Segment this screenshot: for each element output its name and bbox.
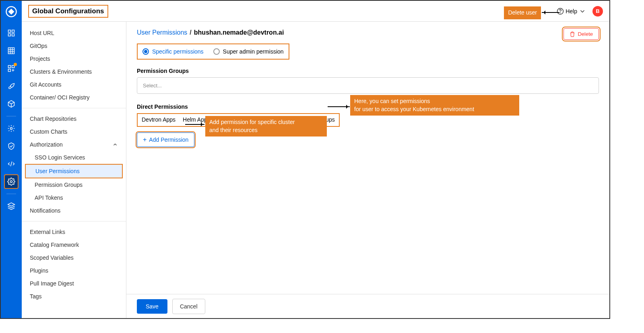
svg-rect-1	[8, 30, 11, 33]
svg-point-20	[560, 12, 561, 13]
svg-rect-2	[12, 30, 14, 33]
nav-pull-image[interactable]: Pull Image Digest	[22, 277, 126, 290]
permission-groups-label: Permission Groups	[137, 68, 599, 74]
radio-specific-permissions[interactable]: Specific permissions	[142, 48, 204, 55]
nav-scoped-vars[interactable]: Scoped Variables	[22, 251, 126, 264]
svg-rect-5	[8, 48, 14, 54]
breadcrumb-root[interactable]: User Permissions	[137, 29, 187, 36]
rail-grid-icon[interactable]	[4, 43, 19, 58]
nav-sso[interactable]: SSO Login Services	[22, 151, 126, 164]
help-button[interactable]: Help	[557, 8, 586, 15]
nav-authorization[interactable]: Authorization	[22, 138, 126, 151]
page-title: Global Configurations	[28, 5, 108, 18]
sidebar: Host URL GitOps Projects Clusters & Envi…	[22, 1, 126, 318]
nav-permission-groups[interactable]: Permission Groups	[22, 178, 126, 191]
delete-label: Delete	[578, 31, 593, 37]
nav-container-registry[interactable]: Container/ OCI Registry	[22, 91, 126, 104]
nav-clusters[interactable]: Clusters & Environments	[22, 65, 126, 78]
nav-catalog[interactable]: Catalog Framework	[22, 238, 126, 251]
rail-rocket-icon[interactable]	[4, 79, 19, 93]
nav-user-permissions[interactable]: User Permissions	[25, 164, 123, 178]
radio-icon	[213, 48, 220, 55]
permission-groups-select[interactable]: Select...	[137, 77, 599, 94]
annotation-line: Add permission for specific cluster	[209, 118, 323, 126]
nav-host-url[interactable]: Host URL	[22, 27, 126, 39]
rail-code-icon[interactable]	[4, 157, 19, 171]
plus-icon: +	[143, 136, 147, 143]
rail-shield-icon[interactable]	[4, 139, 19, 153]
svg-rect-12	[8, 69, 11, 72]
chevron-down-icon	[579, 8, 586, 15]
add-permission-button[interactable]: + Add Permission	[137, 132, 194, 147]
nav-tags[interactable]: Tags	[22, 290, 126, 303]
avatar[interactable]: B	[592, 6, 603, 17]
svg-rect-4	[12, 34, 14, 36]
rail-gear-icon[interactable]	[4, 121, 19, 136]
tab-devtron-apps[interactable]: Devtron Apps	[142, 116, 175, 124]
nav-rail	[1, 1, 22, 318]
svg-rect-3	[8, 34, 11, 36]
annotation-tabs-hint: Here, you can set permissions for user t…	[350, 95, 519, 116]
nav-projects[interactable]: Projects	[22, 52, 126, 65]
rail-settings-icon[interactable]	[4, 174, 19, 189]
nav-custom-charts[interactable]: Custom Charts	[22, 125, 126, 138]
nav-plugins[interactable]: Plugins	[22, 264, 126, 277]
help-icon	[557, 8, 564, 15]
nav-api-tokens[interactable]: API Tokens	[22, 191, 126, 204]
svg-point-17	[10, 181, 12, 183]
annotation-arrow	[328, 106, 350, 107]
svg-marker-18	[8, 203, 15, 206]
radio-label: Specific permissions	[152, 48, 204, 55]
radio-super-admin[interactable]: Super admin permission	[213, 48, 284, 55]
nav-notifications[interactable]: Notifications	[22, 204, 126, 217]
nav-chart-repos[interactable]: Chart Repositories	[22, 112, 126, 125]
delete-button[interactable]: Delete	[564, 28, 599, 40]
annotation-add-hint: Add permission for specific cluster and …	[205, 116, 327, 137]
rail-cube-icon[interactable]	[4, 97, 19, 111]
svg-line-16	[10, 161, 12, 166]
help-label: Help	[566, 8, 577, 14]
save-button[interactable]: Save	[137, 299, 167, 314]
nav-git-accounts[interactable]: Git Accounts	[22, 78, 126, 91]
nav-external-links[interactable]: External Links	[22, 225, 126, 238]
rail-apps-icon[interactable]	[4, 26, 19, 40]
annotation-arrow	[542, 12, 559, 13]
cancel-button[interactable]: Cancel	[172, 299, 205, 314]
chevron-up-icon	[112, 142, 118, 147]
annotation-line: and their resources	[209, 126, 323, 134]
rail-layers-icon[interactable]	[4, 199, 19, 213]
annotation-line: for user to access your Kubernetes envir…	[354, 105, 515, 114]
svg-rect-11	[12, 66, 14, 68]
nav-gitops[interactable]: GitOps	[22, 39, 126, 52]
permission-type-radio-group: Specific permissions Super admin permiss…	[137, 43, 289, 60]
nav-authorization-label: Authorization	[30, 141, 63, 148]
main-content: User Permissions / bhushan.nemade@devtro…	[126, 1, 609, 318]
rail-workspace-icon[interactable]	[4, 61, 19, 76]
breadcrumb: User Permissions / bhushan.nemade@devtro…	[137, 29, 599, 36]
logo-icon	[4, 5, 18, 19]
radio-icon	[142, 48, 149, 55]
breadcrumb-leaf: bhushan.nemade@devtron.ai	[194, 29, 284, 36]
radio-label: Super admin permission	[223, 48, 284, 55]
annotation-arrow	[185, 124, 204, 125]
breadcrumb-sep: /	[190, 29, 191, 36]
svg-rect-10	[8, 66, 11, 68]
svg-point-15	[10, 128, 12, 130]
footer: Save Cancel	[126, 294, 609, 318]
annotation-line: Here, you can set permissions	[354, 97, 515, 105]
annotation-delete-user: Delete user	[504, 6, 541, 19]
trash-icon	[570, 31, 575, 37]
add-permission-label: Add Permission	[149, 137, 188, 143]
